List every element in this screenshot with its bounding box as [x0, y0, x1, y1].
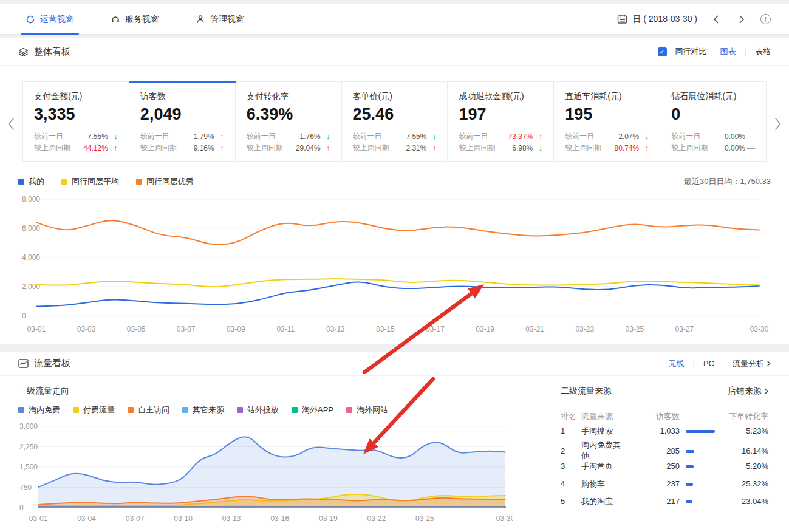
legend-item[interactable]: 站外投放: [237, 404, 279, 415]
tab-service-view[interactable]: 服务视窗: [106, 4, 164, 35]
date-granularity-value: 日 ( 2018-03-30 ): [632, 14, 697, 25]
legend-swatch: [128, 407, 134, 413]
kpi-compare-label: 较前一日: [247, 131, 276, 142]
visitors-bar-cell: [680, 479, 717, 488]
tab-management-view[interactable]: 管理视窗: [191, 4, 249, 35]
trend-up-icon: ↑: [214, 143, 224, 152]
legend-item[interactable]: 付费流量: [73, 404, 115, 415]
kpi-card[interactable]: 支付金额(元)3,335较前一日7.55%↓较上周同期44.12%↑: [23, 82, 129, 161]
kpi-compare-value: 80.74%: [614, 144, 639, 152]
svg-text:03-10: 03-10: [174, 514, 193, 523]
view-separator: |: [745, 47, 746, 56]
wireless-filter-link[interactable]: 无线: [669, 358, 685, 369]
visitors-bar: [686, 450, 694, 453]
shop-sources-link[interactable]: 店铺来源: [728, 386, 768, 397]
visitors-bar: [686, 500, 692, 503]
legend-item[interactable]: 我的: [18, 176, 44, 187]
visitors-bar: [686, 430, 715, 433]
legend-item[interactable]: 自主访问: [128, 404, 169, 415]
overview-trend-chart[interactable]: 02,0004,0006,0008,00003-0103-0303-0503-0…: [18, 189, 771, 343]
legend-item[interactable]: 同行同层优秀: [136, 176, 194, 187]
tab-label: 运营视窗: [40, 14, 74, 25]
kpi-compare-week: 较上周同期29.04%↑: [247, 142, 330, 154]
svg-text:03-25: 03-25: [625, 325, 644, 333]
kpi-card[interactable]: 成功退款金额(元)197较前一日73.37%↑较上周同期6.98%↓: [448, 82, 554, 161]
kpi-carousel-prev-button[interactable]: [7, 117, 15, 133]
date-next-button[interactable]: [735, 13, 748, 26]
legend-label: 我的: [29, 176, 44, 187]
kpi-compare-value: 0.00%: [725, 144, 745, 152]
kpi-carousel-next-button[interactable]: [774, 117, 782, 133]
legend-label: 同行同层平均: [72, 176, 119, 187]
view-table-link[interactable]: 表格: [755, 46, 771, 57]
kpi-card-row: 支付金额(元)3,335较前一日7.55%↓较上周同期44.12%↑访客数2,0…: [22, 81, 767, 162]
legend-swatch: [346, 407, 352, 413]
kpi-compare-day: 较前一日1.79%↑: [140, 131, 224, 142]
traffic-analysis-link[interactable]: 流量分析: [733, 358, 771, 369]
kpi-card[interactable]: 钻石展位消耗(元)0较前一日0.00%—较上周同期0.00%—: [660, 82, 766, 161]
peer-compare-checkbox[interactable]: ✓: [658, 47, 667, 56]
source-visitors: 250: [627, 462, 680, 471]
kpi-compare-week: 较上周同期80.74%↑: [565, 142, 649, 154]
legend-item[interactable]: 同行同层平均: [61, 176, 119, 187]
source-visitors: 237: [627, 479, 680, 488]
table-row[interactable]: 4购物车23725.32%: [561, 475, 768, 493]
kpi-compare-value: 0.00%: [725, 132, 745, 141]
legend-item[interactable]: 淘内免费: [18, 404, 60, 415]
kpi-card[interactable]: 客单价(元)25.46较前一日7.55%↓较上周同期2.31%↑: [342, 82, 448, 161]
svg-text:03-19: 03-19: [319, 514, 338, 523]
kpi-compare-day: 较前一日0.00%—: [671, 131, 755, 142]
person-icon: [196, 15, 205, 24]
legend-item[interactable]: 淘外网站: [346, 404, 388, 415]
svg-text:03-05: 03-05: [127, 325, 146, 333]
legend-swatch: [237, 407, 243, 413]
kpi-compare-value: 1.76%: [300, 132, 321, 141]
kpi-card[interactable]: 直通车消耗(元)195较前一日2.07%↓较上周同期80.74%↑: [554, 82, 660, 161]
legend-swatch: [18, 407, 24, 413]
trend-up-icon: ↑: [533, 132, 542, 141]
kpi-card[interactable]: 访客数2,049较前一日1.79%↑较上周同期9.16%↑: [129, 82, 236, 161]
source-conversion: 16.14%: [717, 446, 768, 455]
kpi-compare-day: 较前一日7.55%↓: [353, 131, 437, 142]
source-rank: 1: [561, 426, 581, 435]
source-conversion: 5.20%: [717, 462, 768, 471]
layers-icon: [18, 47, 29, 57]
kpi-compare-label: 较前一日: [140, 131, 169, 142]
svg-text:03-27: 03-27: [675, 325, 694, 333]
legend-swatch: [61, 179, 67, 185]
visitors-bar-cell: [680, 426, 717, 435]
kpi-compare-block: 较前一日7.55%↓较上周同期44.12%↑: [34, 131, 118, 154]
date-picker[interactable]: 日 ( 2018-03-30 ): [617, 14, 697, 25]
info-icon[interactable]: !: [760, 14, 771, 24]
kpi-compare-block: 较前一日7.55%↓较上周同期2.31%↑: [353, 131, 437, 154]
section-title: 整体看板: [34, 46, 70, 58]
kpi-compare-block: 较前一日1.79%↑较上周同期9.16%↑: [140, 131, 224, 154]
date-prev-button[interactable]: [709, 13, 723, 26]
table-row[interactable]: 2淘内免费其他28516.14%: [561, 440, 768, 457]
kpi-label: 成功退款金额(元): [459, 91, 542, 102]
legend-swatch: [292, 407, 298, 413]
tab-operations-view[interactable]: 运营视窗: [21, 4, 79, 35]
top-navigation-bar: 运营视窗 服务视窗 管理视窗 日 ( 2018-03-30 ): [0, 4, 789, 35]
col-visitors: 访客数: [627, 411, 680, 422]
kpi-compare-block: 较前一日73.37%↑较上周同期6.98%↓: [459, 131, 542, 154]
kpi-compare-label: 较前一日: [459, 131, 488, 142]
kpi-compare-value: 73.37%: [508, 132, 533, 141]
table-row[interactable]: 5我的淘宝21723.04%: [561, 493, 768, 510]
svg-text:03-13: 03-13: [326, 325, 345, 333]
kpi-compare-value: 29.04%: [296, 144, 321, 152]
sources-table-body: 1手淘搜索1,0335.23%2淘内免费其他28516.14%3手淘首页2505…: [561, 422, 768, 510]
legend-item[interactable]: 其它来源: [182, 404, 224, 415]
filter-separator: |: [693, 359, 695, 368]
pc-filter-link[interactable]: PC: [703, 359, 714, 368]
legend-label: 淘外APP: [302, 404, 333, 415]
svg-text:4,000: 4,000: [22, 253, 40, 262]
view-chart-link[interactable]: 图表: [720, 46, 736, 57]
legend-swatch: [136, 179, 142, 185]
traffic-area-chart[interactable]: 07501,5002,2503,00003-0103-0403-0703-100…: [18, 417, 513, 525]
kpi-card[interactable]: 支付转化率6.39%较前一日1.76%↓较上周同期29.04%↑: [236, 82, 342, 161]
legend-item[interactable]: 淘外APP: [292, 404, 333, 415]
svg-text:03-01: 03-01: [27, 325, 46, 333]
kpi-compare-label: 较前一日: [353, 131, 382, 142]
table-row[interactable]: 1手淘搜索1,0335.23%: [561, 422, 768, 440]
